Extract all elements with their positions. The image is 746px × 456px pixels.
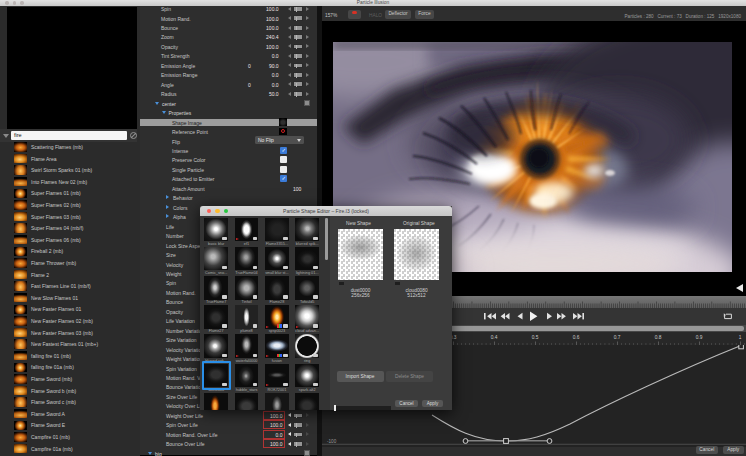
svg-text:0.4: 0.4	[491, 335, 498, 340]
svg-text:0.8: 0.8	[655, 335, 662, 340]
svg-text:0.9: 0.9	[696, 335, 703, 340]
svg-text:1: 1	[739, 335, 742, 340]
svg-text:0.7: 0.7	[614, 335, 621, 340]
svg-text:0.6: 0.6	[573, 335, 580, 340]
svg-text:0.5: 0.5	[532, 335, 539, 340]
svg-text:-100: -100	[327, 439, 337, 444]
